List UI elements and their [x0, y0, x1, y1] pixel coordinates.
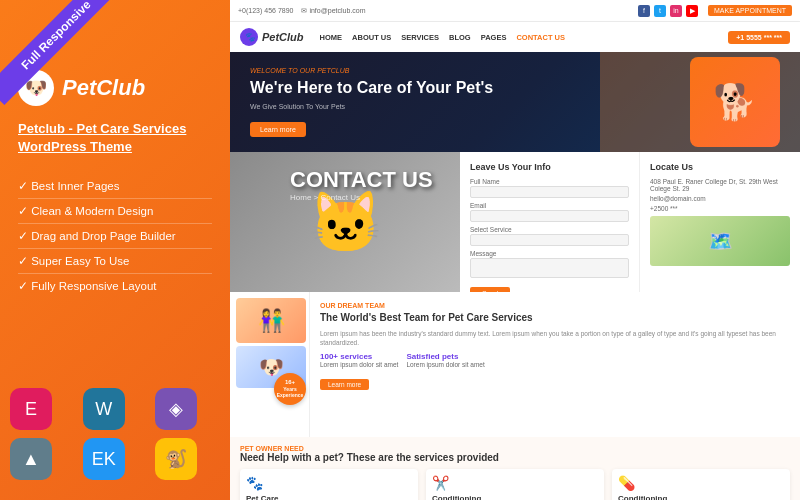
service-name-1: Pet Care [246, 494, 412, 500]
form-field-email: Email [470, 202, 629, 222]
youtube-icon[interactable]: ▶ [686, 5, 698, 17]
check-icon: ✓ [18, 230, 31, 242]
mailchimp-icon: 🐒 [155, 438, 197, 480]
feature-item: ✓ Best Inner Pages [18, 174, 212, 199]
bootstrap-icon: ◈ [155, 388, 197, 430]
map-placeholder: 🗺️ [650, 216, 790, 266]
nav-contact[interactable]: CONTACT US [516, 33, 565, 42]
site-topbar: +0(123) 456 7890 ✉ info@petclub.com f t … [230, 0, 800, 22]
services-section: PET OWNER NEED Need Help with a pet? The… [230, 437, 800, 500]
instagram-icon[interactable]: in [670, 5, 682, 17]
hero-text: WELCOME TO OUR PETCLUB We're Here to Car… [250, 67, 493, 137]
service-select[interactable] [470, 234, 629, 246]
field-label-name: Full Name [470, 178, 629, 185]
feature-item: ✓ Super Easy To Use [18, 249, 212, 274]
contact-address: 408 Paul E. Raner College Dr, St. 29th W… [650, 178, 790, 192]
nav-phone: +1 5555 *** *** [728, 31, 790, 44]
team-photos-col: 👫 🐶 16+ Years Experience [230, 292, 310, 437]
services-label: PET OWNER NEED [240, 445, 790, 452]
form-field-message: Message [470, 250, 629, 278]
contact-email: hello@domain.com [650, 195, 790, 202]
service-name-2: Conditioning [432, 494, 598, 500]
team-label: OUR DREAM TEAM [320, 302, 790, 309]
contact-breadcrumb: Home > Contact Us [290, 193, 433, 202]
hero-subtitle: We Give Solution To Your Pets [250, 103, 493, 110]
facebook-icon[interactable]: f [638, 5, 650, 17]
ek-icon: EK [83, 438, 125, 480]
topbar-email: ✉ info@petclub.com [301, 7, 365, 15]
twitter-icon[interactable]: t [654, 5, 666, 17]
form-title: Leave Us Your Info [470, 162, 629, 172]
avada-icon: ▲ [10, 438, 52, 480]
team-description: Lorem ipsum has been the industry's stan… [320, 329, 790, 347]
name-input[interactable] [470, 186, 629, 198]
team-cta-button[interactable]: Learn more [320, 379, 369, 390]
plugin-icons-grid: E W ◈ ▲ EK 🐒 [10, 388, 220, 480]
elementor-icon: E [10, 388, 52, 430]
main-content-area: 👫 🐶 16+ Years Experience OUR DREAM TEAM … [230, 292, 800, 437]
form-field-name: Full Name [470, 178, 629, 198]
topbar-contact: +0(123) 456 7890 ✉ info@petclub.com [238, 7, 628, 15]
form-field-service: Select Service [470, 226, 629, 246]
contact-title: CONTACT US [290, 167, 433, 193]
experience-badge: 16+ Years Experience [274, 373, 306, 405]
feature-item: ✓ Clean & Modern Design [18, 199, 212, 224]
nav-home[interactable]: HOME [320, 33, 343, 42]
field-label-message: Message [470, 250, 629, 257]
field-label-email: Email [470, 202, 629, 209]
check-icon: ✓ [18, 205, 31, 217]
team-title: The World's Best Team for Pet Care Servi… [320, 312, 790, 324]
team-panel: OUR DREAM TEAM The World's Best Team for… [310, 292, 800, 437]
site-nav: 🐾 PetClub HOME ABOUT US SERVICES BLOG PA… [230, 22, 800, 52]
contact-info-panel: Locate Us 408 Paul E. Raner College Dr, … [640, 152, 800, 292]
appointment-button[interactable]: MAKE APPOINTMENT [708, 5, 792, 16]
service-card-1: 🐾 Pet Care It is a long established fact… [240, 469, 418, 500]
nav-about[interactable]: ABOUT US [352, 33, 391, 42]
service-card-3: 💊 Conditioning It is a long established … [612, 469, 790, 500]
contact-phone: +2500 *** [650, 205, 790, 212]
team-photo-1: 👫 [236, 298, 306, 343]
field-label-service: Select Service [470, 226, 629, 233]
stat-services: 100+ services Lorem ipsum dolor sit amet [320, 352, 398, 368]
email-input[interactable] [470, 210, 629, 222]
check-icon: ✓ [18, 255, 31, 267]
nav-logo: 🐾 PetClub [240, 28, 304, 46]
stat-pets: Satisfied pets Lorem ipsum dolor sit ame… [406, 352, 484, 368]
service-icon-3: 💊 [618, 475, 784, 491]
nav-blog[interactable]: BLOG [449, 33, 471, 42]
check-icon: ✓ [18, 280, 31, 292]
nav-links: HOME ABOUT US SERVICES BLOG PAGES CONTAC… [320, 33, 729, 42]
hero-pet-image: 🐕 [690, 57, 780, 147]
ribbon: Full Responsive [0, 0, 110, 110]
service-name-3: Conditioning [618, 494, 784, 500]
hero-title: We're Here to Care of Your Pet's [250, 78, 493, 97]
service-icon-1: 🐾 [246, 475, 412, 491]
service-card-2: ✂️ Conditioning It is a long established… [426, 469, 604, 500]
services-grid: 🐾 Pet Care It is a long established fact… [240, 469, 790, 500]
services-title: Need Help with a pet? These are the serv… [240, 452, 790, 463]
contact-header: CONTACT US Home > Contact Us [290, 167, 433, 202]
topbar-phone: +0(123) 456 7890 [238, 7, 293, 15]
nav-logo-text: PetClub [262, 31, 304, 43]
nav-services[interactable]: SERVICES [401, 33, 439, 42]
contact-form-panel: Leave Us Your Info Full Name Email Selec… [460, 152, 640, 292]
service-icon-2: ✂️ [432, 475, 598, 491]
nav-pages[interactable]: PAGES [481, 33, 507, 42]
hero-section: WELCOME TO OUR PETCLUB We're Here to Car… [230, 52, 800, 152]
ribbon-label: Full Responsive [0, 0, 110, 105]
nav-logo-icon: 🐾 [240, 28, 258, 46]
message-textarea[interactable] [470, 258, 629, 278]
locate-title: Locate Us [650, 162, 790, 172]
wordpress-icon: W [83, 388, 125, 430]
right-panel: +0(123) 456 7890 ✉ info@petclub.com f t … [230, 0, 800, 500]
topbar-social: f t in ▶ [638, 5, 698, 17]
badge-text: 16+ Years Experience [274, 379, 306, 399]
contact-section: 🐱 CONTACT US Home > Contact Us Leave Us … [230, 152, 800, 292]
team-stats: 100+ services Lorem ipsum dolor sit amet… [320, 352, 790, 368]
theme-title: Petclub - Pet Care Services WordPress Th… [18, 120, 212, 156]
feature-item: ✓ Drag and Drop Page Builder [18, 224, 212, 249]
submit-button[interactable]: Send [470, 287, 510, 292]
hero-tagline: WELCOME TO OUR PETCLUB [250, 67, 493, 74]
hero-cta-button[interactable]: Learn more [250, 122, 306, 137]
feature-list: ✓ Best Inner Pages ✓ Clean & Modern Desi… [18, 174, 212, 298]
